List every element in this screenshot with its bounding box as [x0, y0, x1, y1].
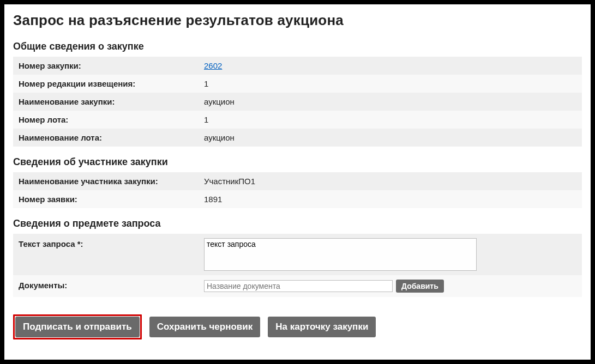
table-row: Наименование участника закупки: Участник… [13, 172, 582, 190]
table-row: Номер закупки: 2602 [13, 57, 582, 75]
application-number-label: Номер заявки: [19, 195, 204, 204]
action-bar: Подписать и отправить Сохранить черновик… [13, 314, 582, 339]
request-form: Текст запроса *: Документы: Добавить [13, 234, 582, 297]
documents-row: Документы: Добавить [13, 275, 582, 297]
purchase-number-link[interactable]: 2602 [204, 61, 222, 70]
table-row: Номер заявки: 1891 [13, 190, 582, 208]
application-number-value: 1891 [204, 195, 222, 204]
to-purchase-card-button[interactable]: На карточку закупки [268, 317, 376, 337]
purchase-number-label: Номер закупки: [19, 61, 204, 70]
add-document-button[interactable]: Добавить [396, 280, 444, 293]
section-participant-heading: Сведения об участнике закупки [13, 156, 582, 168]
purchase-name-label: Наименование закупки: [19, 97, 204, 106]
documents-label: Документы: [19, 280, 204, 290]
purchase-name-value: аукцион [204, 97, 235, 106]
lot-name-value: аукцион [204, 133, 235, 142]
participant-info-table: Наименование участника закупки: Участник… [13, 172, 582, 208]
query-text-row: Текст запроса *: [13, 234, 582, 275]
lot-name-label: Наименование лота: [19, 133, 204, 142]
query-text-label: Текст запроса *: [19, 238, 204, 248]
notice-revision-value: 1 [204, 79, 208, 88]
table-row: Наименование закупки: аукцион [13, 93, 582, 111]
participant-name-value: УчастникПО1 [204, 177, 255, 186]
table-row: Наименование лота: аукцион [13, 129, 582, 147]
sign-and-send-button[interactable]: Подписать и отправить [15, 317, 140, 337]
participant-name-label: Наименование участника закупки: [19, 177, 204, 186]
save-draft-button[interactable]: Сохранить черновик [149, 317, 261, 337]
query-text-input[interactable] [204, 238, 477, 271]
lot-number-label: Номер лота: [19, 115, 204, 124]
highlight-frame: Подписать и отправить [13, 314, 142, 339]
document-name-input[interactable] [204, 280, 393, 292]
section-general-heading: Общие сведения о закупке [13, 41, 582, 52]
general-info-table: Номер закупки: 2602 Номер редакции извещ… [13, 57, 582, 147]
notice-revision-label: Номер редакции извещения: [19, 79, 204, 88]
lot-number-value: 1 [204, 115, 208, 124]
page-title: Запрос на разъяснение результатов аукцио… [13, 12, 582, 29]
table-row: Номер лота: 1 [13, 111, 582, 129]
section-request-heading: Сведения о предмете запроса [13, 218, 582, 229]
table-row: Номер редакции извещения: 1 [13, 75, 582, 93]
